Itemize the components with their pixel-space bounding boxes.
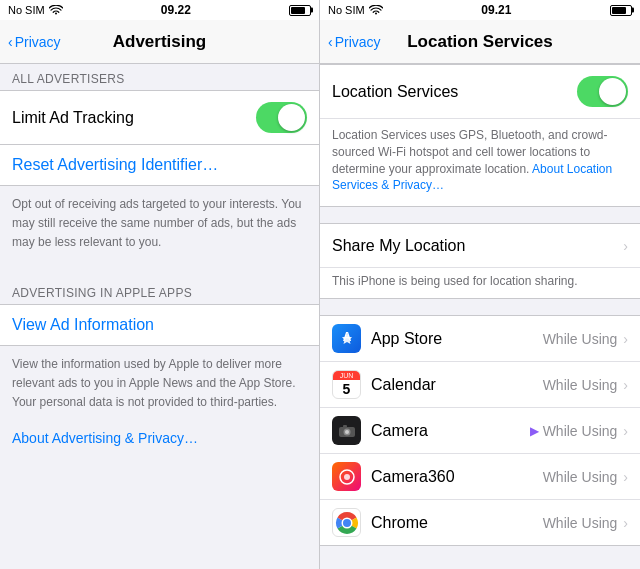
location-services-toggle[interactable] <box>577 76 628 107</box>
right-time: 09.21 <box>481 3 511 17</box>
calendar-row[interactable]: JUN 5 Calendar While Using › <box>320 362 640 408</box>
svg-point-9 <box>343 519 351 527</box>
left-nav-title: Advertising <box>113 32 207 52</box>
spacer-1 <box>0 258 319 278</box>
toggle-knob <box>278 104 305 131</box>
apps-group: A App Store While Using › JUN 5 Calendar… <box>320 315 640 546</box>
all-advertisers-header: ALL ADVERTISERS <box>0 64 319 90</box>
camera360-name: Camera360 <box>371 468 543 486</box>
right-status-bar: No SIM 09.21 <box>320 0 640 20</box>
opt-out-description: Opt out of receiving ads targeted to you… <box>12 197 302 249</box>
calendar-permission: While Using › <box>543 377 628 393</box>
calendar-chevron-icon: › <box>623 377 628 393</box>
share-my-location-group: Share My Location › This iPhone is being… <box>320 223 640 299</box>
appstore-chevron-icon: › <box>623 331 628 347</box>
view-ad-info-link[interactable]: View Ad Information <box>12 316 154 333</box>
left-back-label[interactable]: Privacy <box>15 34 61 50</box>
left-time: 09.22 <box>161 3 191 17</box>
right-back-chevron: ‹ <box>328 34 333 50</box>
right-nav-bar: ‹ Privacy Location Services <box>320 20 640 64</box>
right-wifi-icon <box>369 5 383 16</box>
reset-link-row[interactable]: Reset Advertising Identifier… <box>0 145 319 186</box>
camera-permission: ▶ While Using › <box>530 423 628 439</box>
camera360-row[interactable]: Camera360 While Using › <box>320 454 640 500</box>
right-status-right <box>610 5 632 16</box>
left-panel: No SIM 09.22 ‹ Privacy Advertising ALL A… <box>0 0 320 569</box>
share-chevron-icon: › <box>623 238 628 254</box>
appstore-permission: While Using › <box>543 331 628 347</box>
left-status-right <box>289 5 311 16</box>
camera-icon <box>332 416 361 445</box>
location-services-group: Location Services Location Services uses… <box>320 64 640 207</box>
left-nav-bar: ‹ Privacy Advertising <box>0 20 319 64</box>
chrome-icon <box>332 508 361 537</box>
view-ad-description-block: View the information used by Apple to de… <box>0 346 319 454</box>
svg-text:A: A <box>342 330 351 344</box>
wifi-icon <box>49 5 63 16</box>
share-my-location-row[interactable]: Share My Location › <box>320 224 640 268</box>
view-ad-info-row[interactable]: View Ad Information <box>0 304 319 346</box>
svg-point-6 <box>344 474 350 480</box>
camera-row[interactable]: Camera ▶ While Using › <box>320 408 640 454</box>
limit-ad-tracking-row: Limit Ad Tracking <box>0 91 319 144</box>
camera360-permission: While Using › <box>543 469 628 485</box>
svg-point-3 <box>345 430 349 434</box>
appstore-icon: A <box>332 324 361 353</box>
limit-ad-tracking-toggle[interactable] <box>256 102 307 133</box>
left-status-left: No SIM <box>8 4 63 16</box>
chrome-row[interactable]: Chrome While Using › <box>320 500 640 545</box>
left-carrier: No SIM <box>8 4 45 16</box>
left-back-button[interactable]: ‹ Privacy <box>8 34 61 50</box>
svg-rect-4 <box>343 425 347 428</box>
appstore-name: App Store <box>371 330 543 348</box>
location-services-row: Location Services <box>320 65 640 119</box>
right-nav-title: Location Services <box>407 32 553 52</box>
right-back-button[interactable]: ‹ Privacy <box>328 34 381 50</box>
view-ad-description: View the information used by Apple to de… <box>12 357 296 409</box>
right-carrier: No SIM <box>328 4 365 16</box>
limit-ad-tracking-label: Limit Ad Tracking <box>12 109 134 127</box>
left-battery-icon <box>289 5 311 16</box>
left-back-chevron: ‹ <box>8 34 13 50</box>
share-sub-text: This iPhone is being used for location s… <box>320 268 640 298</box>
camera360-chevron-icon: › <box>623 469 628 485</box>
limit-ad-tracking-group: Limit Ad Tracking <box>0 90 319 145</box>
chrome-permission: While Using › <box>543 515 628 531</box>
opt-out-description-block: Opt out of receiving ads targeted to you… <box>0 186 319 258</box>
chrome-name: Chrome <box>371 514 543 532</box>
location-toggle-knob <box>599 78 626 105</box>
reset-link[interactable]: Reset Advertising Identifier… <box>12 156 218 173</box>
right-panel: No SIM 09.21 ‹ Privacy Location Services… <box>320 0 640 569</box>
location-services-label: Location Services <box>332 83 458 101</box>
advertising-apple-apps-header: ADVERTISING IN APPLE APPS <box>0 278 319 304</box>
about-advertising-link[interactable]: About Advertising & Privacy… <box>12 430 198 446</box>
location-description: Location Services uses GPS, Bluetooth, a… <box>320 119 640 206</box>
calendar-month: JUN <box>333 371 360 380</box>
calendar-day: 5 <box>333 380 360 399</box>
share-my-location-label: Share My Location <box>332 237 465 255</box>
left-status-bar: No SIM 09.22 <box>0 0 319 20</box>
right-battery-icon <box>610 5 632 16</box>
calendar-name: Calendar <box>371 376 543 394</box>
app-store-row[interactable]: A App Store While Using › <box>320 316 640 362</box>
calendar-icon: JUN 5 <box>332 370 361 399</box>
camera360-icon <box>332 462 361 491</box>
right-back-label[interactable]: Privacy <box>335 34 381 50</box>
camera-chevron-icon: › <box>623 423 628 439</box>
camera-name: Camera <box>371 422 530 440</box>
camera-location-arrow: ▶ <box>530 424 539 438</box>
right-status-left: No SIM <box>328 4 383 16</box>
chrome-chevron-icon: › <box>623 515 628 531</box>
